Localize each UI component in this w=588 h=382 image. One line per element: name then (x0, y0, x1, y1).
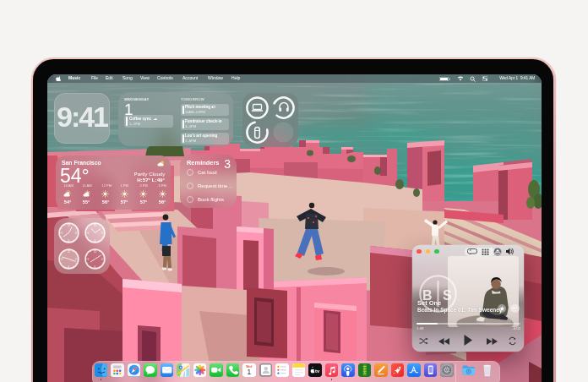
svg-text:3: 3 (101, 232, 103, 235)
svg-text:12: 12 (68, 250, 71, 254)
svg-text:12: 12 (94, 250, 97, 254)
svg-text:9: 9 (62, 258, 63, 261)
svg-text:6: 6 (68, 265, 70, 269)
svg-text:1: 1 (248, 368, 252, 376)
svg-text:S: S (443, 288, 452, 303)
svg-text:tv: tv (315, 368, 320, 374)
svg-text:12: 12 (68, 224, 71, 227)
svg-text:3: 3 (101, 258, 103, 261)
svg-text:9: 9 (88, 258, 90, 261)
svg-text:“: “ (470, 249, 471, 254)
svg-text:Wed: Wed (246, 365, 252, 368)
svg-text:6: 6 (95, 239, 96, 243)
svg-text:12: 12 (94, 224, 97, 227)
svg-text:6: 6 (95, 265, 96, 269)
svg-text:9: 9 (88, 232, 90, 235)
svg-text:3: 3 (75, 232, 77, 235)
svg-text:9: 9 (62, 232, 63, 235)
svg-text:6: 6 (68, 239, 70, 243)
svg-text:3: 3 (75, 258, 77, 261)
